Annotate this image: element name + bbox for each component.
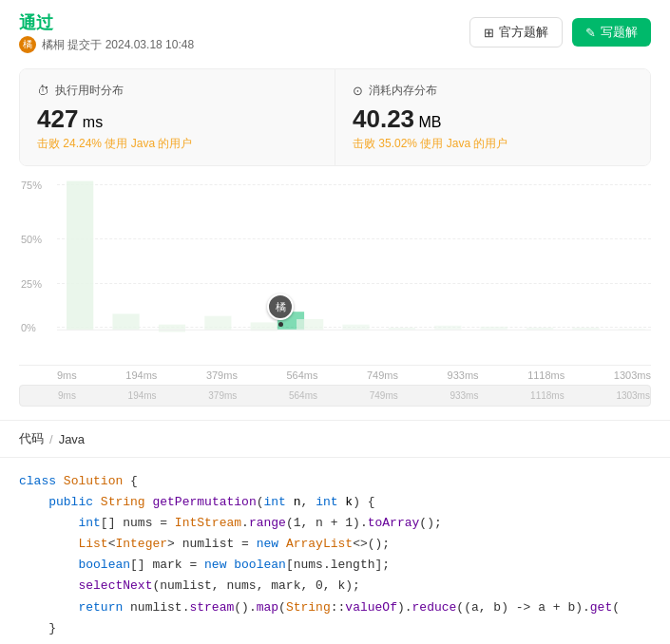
tl-7: 1303ms [616, 390, 650, 401]
breadcrumb-sep: / [49, 432, 53, 446]
chart-container: 75% 50% 25% 0% [19, 176, 651, 407]
code-breadcrumb: 代码 / Java [0, 421, 670, 458]
breadcrumb-code: 代码 [19, 430, 44, 447]
code-block: class Solution { public String getPermut… [0, 458, 670, 644]
x-axis-labels: 9ms 194ms 379ms 564ms 749ms 933ms 1118ms… [19, 366, 651, 381]
clock-icon: ⏱ [37, 84, 49, 98]
avatar: 橘 [19, 36, 36, 53]
svg-rect-7 [342, 325, 369, 331]
x-label-3: 564ms [286, 369, 317, 381]
chart-area: 75% 50% 25% 0% [19, 176, 651, 366]
header: 通过 橘 橘桐 提交于 2024.03.18 10:48 ⊞ 官方题解 ✎ 写题… [0, 0, 670, 61]
tl-4: 749ms [370, 390, 398, 401]
bar-chart-svg [57, 176, 651, 346]
code-line-7: return numlist.stream().map(String::valu… [19, 597, 651, 618]
header-actions: ⊞ 官方题解 ✎ 写题解 [469, 17, 651, 47]
svg-rect-9 [434, 326, 461, 330]
stats-row: ⏱ 执行用时分布 427 ms 击败 24.24% 使用 Java 的用户 ⊙ … [19, 68, 651, 166]
svg-rect-2 [159, 325, 185, 332]
memory-value: 40.23 MB [353, 104, 633, 134]
code-line-1: class Solution { [19, 471, 651, 492]
memory-card: ⊙ 消耗内存分布 40.23 MB 击败 35.02% 使用 Java 的用户 [335, 69, 650, 165]
code-line-5: boolean[] mark = new boolean[nums.length… [19, 555, 651, 576]
grid-label-0: 0% [21, 322, 36, 333]
x-label-1: 194ms [125, 369, 157, 381]
exec-time-header: ⏱ 执行用时分布 [37, 83, 317, 99]
exec-time-sub: 击败 24.24% 使用 Java 的用户 [37, 136, 317, 152]
status-badge: 通过 [19, 11, 194, 34]
svg-rect-0 [67, 181, 93, 331]
write-solution-button[interactable]: ✎ 写题解 [572, 18, 651, 47]
code-section: 代码 / Java class Solution { public String… [0, 420, 670, 644]
svg-rect-3 [204, 316, 231, 331]
tl-3: 564ms [289, 390, 317, 401]
user-position-marker: 橘 [267, 294, 294, 327]
memory-header: ⊙ 消耗内存分布 [353, 83, 633, 99]
tl-1: 194ms [128, 390, 157, 401]
code-line-2: public String getPermutation(int n, int … [19, 492, 651, 513]
grid-label-75: 75% [21, 180, 42, 191]
edit-icon: ✎ [585, 26, 596, 40]
tl-2: 379ms [208, 390, 237, 401]
code-line-6: selectNext(numlist, nums, mark, 0, k); [19, 576, 651, 597]
x-label-4: 749ms [367, 369, 398, 381]
memory-sub: 击败 35.02% 使用 Java 的用户 [353, 136, 633, 152]
x-label-5: 933ms [448, 369, 479, 381]
x-label-2: 379ms [206, 369, 238, 381]
meta-text: 橘桐 提交于 2024.03.18 10:48 [42, 37, 194, 53]
exec-time-value: 427 ms [37, 104, 317, 134]
x-label-0: 9ms [57, 369, 77, 381]
grid-label-25: 25% [21, 278, 42, 290]
tl-0: 9ms [58, 390, 76, 401]
timeline-bar[interactable]: 9ms 194ms 379ms 564ms 749ms 933ms 1118ms… [19, 385, 651, 407]
tl-6: 1118ms [530, 390, 565, 401]
breadcrumb-lang: Java [59, 432, 85, 446]
x-label-7: 1303ms [614, 369, 651, 381]
grid-label-50: 50% [21, 234, 42, 245]
code-line-8: } [19, 618, 651, 639]
exec-time-card: ⏱ 执行用时分布 427 ms 击败 24.24% 使用 Java 的用户 [20, 69, 335, 165]
book-icon: ⊞ [484, 26, 494, 40]
code-line-4: List<Integer> numlist = new ArrayList<>(… [19, 534, 651, 555]
user-avatar: 橘 [267, 294, 294, 320]
user-dot [278, 322, 283, 327]
submission-meta: 橘 橘桐 提交于 2024.03.18 10:48 [19, 36, 194, 53]
memory-icon: ⊙ [353, 84, 363, 98]
code-line-3: int[] nums = IntStream.range(1, n + 1).t… [19, 513, 651, 534]
x-label-6: 1118ms [527, 369, 565, 381]
official-solution-button[interactable]: ⊞ 官方题解 [469, 17, 563, 47]
svg-rect-6 [297, 319, 323, 330]
header-left: 通过 橘 橘桐 提交于 2024.03.18 10:48 [19, 11, 194, 53]
svg-rect-1 [112, 313, 139, 330]
timeline-labels: 9ms 194ms 379ms 564ms 749ms 933ms 1118ms… [58, 390, 650, 401]
tl-5: 933ms [450, 390, 478, 401]
